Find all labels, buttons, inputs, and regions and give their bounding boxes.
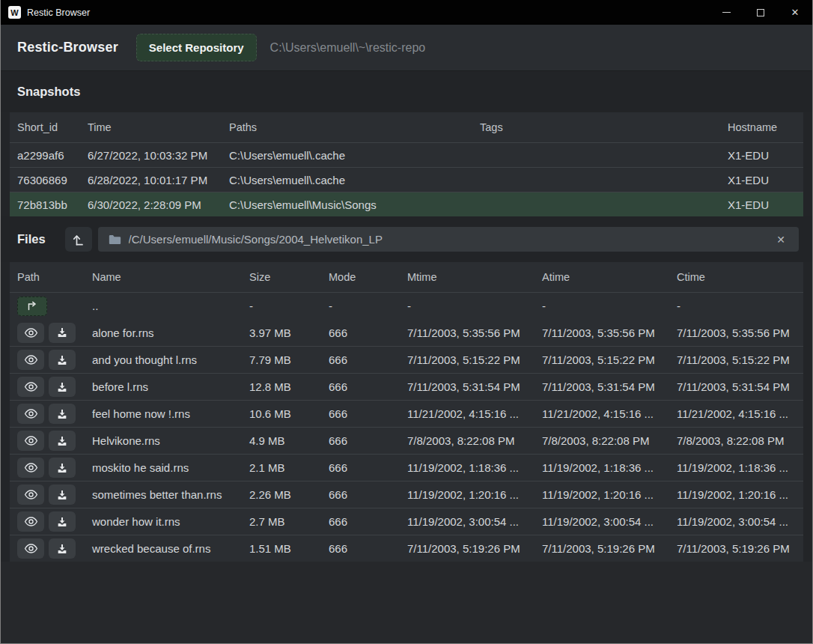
file-mode: 666 xyxy=(321,488,400,501)
col-size: Size xyxy=(242,271,321,283)
select-repository-button[interactable]: Select Repository xyxy=(136,34,257,61)
file-ctime: 7/11/2003, 5:19:26 PM xyxy=(669,542,803,555)
files-toolbar: Files /C/Users/emuell/Music/Songs/2004_H… xyxy=(1,216,812,262)
col-atime: Atime xyxy=(535,271,669,283)
file-name: feel home now !.rns xyxy=(85,407,242,420)
file-mtime: - xyxy=(400,300,535,312)
snapshot-paths: C:\Users\emuell\Music\Songs xyxy=(222,198,472,211)
col-name: Name xyxy=(85,271,242,283)
col-tags: Tags xyxy=(472,121,720,133)
file-size: 10.6 MB xyxy=(242,407,321,420)
snapshots-section-band: Snapshots xyxy=(1,71,812,112)
files-header-row: Path Name Size Mode Mtime Atime Ctime xyxy=(10,262,803,292)
download-icon xyxy=(56,543,68,555)
preview-file-button[interactable] xyxy=(17,484,44,505)
file-mode: 666 xyxy=(321,353,400,366)
file-atime: 7/11/2003, 5:19:26 PM xyxy=(535,542,669,555)
file-mtime: 7/11/2003, 5:35:56 PM xyxy=(400,326,535,339)
file-name: Helvikone.rns xyxy=(85,434,242,447)
snapshots-title: Snapshots xyxy=(17,85,80,99)
file-mode: 666 xyxy=(321,380,400,393)
file-name: alone for.rns xyxy=(85,326,242,339)
file-size: - xyxy=(242,300,321,312)
download-file-button[interactable] xyxy=(49,538,76,559)
download-file-button[interactable] xyxy=(49,377,76,397)
file-ctime: - xyxy=(669,300,803,312)
snapshot-row-selected[interactable]: 72b813bb 6/30/2022, 2:28:09 PM C:\Users\… xyxy=(10,192,803,216)
file-ctime: 11/19/2002, 3:00:54 ... xyxy=(669,515,803,528)
file-name: and you thought l.rns xyxy=(85,353,242,366)
download-file-button[interactable] xyxy=(49,511,76,532)
col-time: Time xyxy=(80,121,222,133)
preview-file-button[interactable] xyxy=(17,404,44,424)
preview-file-button[interactable] xyxy=(17,511,44,532)
download-file-button[interactable] xyxy=(49,323,76,343)
file-row[interactable]: sometimes better than.rns 2.26 MB 666 11… xyxy=(10,481,803,508)
maximize-icon xyxy=(757,9,764,16)
col-mtime: Mtime xyxy=(400,271,535,283)
download-icon xyxy=(56,326,68,338)
file-name: moskito he said.rns xyxy=(85,461,242,474)
snapshot-short-id: 76306869 xyxy=(10,174,80,186)
preview-file-button[interactable] xyxy=(17,538,44,559)
file-atime: 11/21/2002, 4:15:16 ... xyxy=(535,407,669,420)
maximize-button[interactable] xyxy=(743,0,778,25)
download-file-button[interactable] xyxy=(49,350,76,370)
download-file-button[interactable] xyxy=(49,458,76,478)
preview-file-button[interactable] xyxy=(17,458,44,478)
download-file-button[interactable] xyxy=(49,484,76,505)
file-ctime: 11/19/2002, 1:20:16 ... xyxy=(669,488,803,501)
snapshot-paths: C:\Users\emuell\.cache xyxy=(222,149,472,162)
minimize-button[interactable] xyxy=(709,0,743,25)
file-mtime: 11/19/2002, 1:18:36 ... xyxy=(400,461,535,474)
current-path-bar[interactable]: /C/Users/emuell/Music/Songs/2004_Helveti… xyxy=(98,227,799,252)
snapshot-row[interactable]: 76306869 6/28/2022, 10:01:17 PM C:\Users… xyxy=(10,167,803,192)
file-atime: 11/19/2002, 1:18:36 ... xyxy=(535,461,669,474)
file-ctime: 11/19/2002, 1:18:36 ... xyxy=(669,461,803,474)
snapshot-hostname: X1-EDU xyxy=(720,149,803,162)
close-button[interactable]: ✕ xyxy=(778,0,812,25)
file-row[interactable]: and you thought l.rns 7.79 MB 666 7/11/2… xyxy=(10,346,803,373)
col-mode: Mode xyxy=(321,271,400,283)
preview-file-button[interactable] xyxy=(17,350,44,370)
file-row[interactable]: feel home now !.rns 10.6 MB 666 11/21/20… xyxy=(10,400,803,427)
download-icon xyxy=(56,462,68,474)
file-mode: 666 xyxy=(321,542,400,555)
snapshot-row[interactable]: a2299af6 6/27/2022, 10:03:32 PM C:\Users… xyxy=(10,142,803,167)
preview-file-button[interactable] xyxy=(17,377,44,397)
download-icon xyxy=(56,381,68,393)
file-atime: 7/11/2003, 5:31:54 PM xyxy=(535,380,669,393)
preview-file-button[interactable] xyxy=(17,431,44,451)
file-row[interactable]: wonder how it.rns 2.7 MB 666 11/19/2002,… xyxy=(10,508,803,535)
window-controls: ✕ xyxy=(709,0,812,25)
download-file-button[interactable] xyxy=(49,431,76,451)
file-row[interactable]: before l.rns 12.8 MB 666 7/11/2003, 5:31… xyxy=(10,373,803,400)
eye-icon xyxy=(24,543,38,554)
app-window: W Restic Browser ✕ Restic-Browser Select… xyxy=(0,0,813,644)
download-icon xyxy=(56,516,68,528)
eye-icon xyxy=(24,516,38,527)
file-row[interactable]: Helvikone.rns 4.9 MB 666 7/8/2003, 8:22:… xyxy=(10,427,803,454)
file-row[interactable]: wrecked because of.rns 1.51 MB 666 7/11/… xyxy=(10,535,803,562)
download-icon xyxy=(56,435,68,447)
snapshots-header-row: Short_id Time Paths Tags Hostname xyxy=(10,112,803,142)
file-ctime: 11/21/2002, 4:15:16 ... xyxy=(669,407,803,420)
file-row[interactable]: moskito he said.rns 2.1 MB 666 11/19/200… xyxy=(10,454,803,481)
go-up-directory-button[interactable] xyxy=(65,227,92,252)
file-size: 2.26 MB xyxy=(242,488,321,501)
files-table: Path Name Size Mode Mtime Atime Ctime .. xyxy=(10,262,803,562)
parent-directory-row[interactable]: .. - - - - - xyxy=(10,292,803,319)
repository-path: C:\Users\emuell\~\restic-repo xyxy=(270,41,426,55)
file-row[interactable]: alone for.rns 3.97 MB 666 7/11/2003, 5:3… xyxy=(10,319,803,346)
clear-path-icon[interactable]: ✕ xyxy=(773,232,788,247)
snapshot-hostname: X1-EDU xyxy=(720,198,803,211)
enter-parent-directory-button[interactable] xyxy=(17,297,47,316)
snapshot-paths: C:\Users\emuell\.cache xyxy=(222,174,472,186)
file-size: 12.8 MB xyxy=(242,380,321,393)
preview-file-button[interactable] xyxy=(17,323,44,343)
file-name: sometimes better than.rns xyxy=(85,488,242,501)
file-mtime: 11/19/2002, 1:20:16 ... xyxy=(400,488,535,501)
col-ctime: Ctime xyxy=(669,271,803,283)
download-file-button[interactable] xyxy=(49,404,76,424)
files-title: Files xyxy=(17,227,46,252)
